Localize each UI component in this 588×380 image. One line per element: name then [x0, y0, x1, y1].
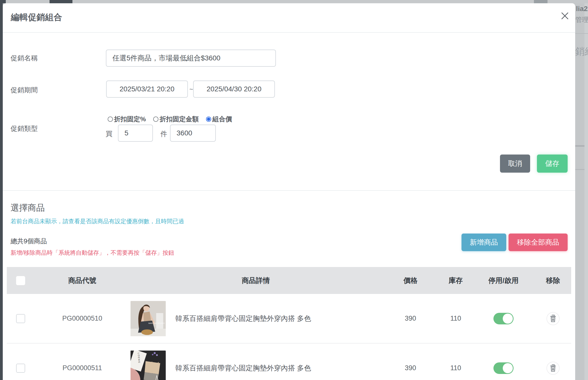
period-start-input[interactable] — [106, 81, 188, 98]
remove-product-button[interactable] — [547, 312, 560, 325]
radio-label: 折扣固定% — [114, 115, 146, 124]
radio-label: 組合價 — [212, 115, 232, 124]
browser-tabstrip-sliver — [72, 0, 588, 3]
edit-promo-modal: 編輯促銷組合 促銷名稱 促銷期間 ~ 促銷類型 折扣固定% — [3, 3, 575, 380]
save-button[interactable]: 儲存 — [537, 155, 568, 173]
modal-title: 編輯促銷組合 — [11, 12, 62, 23]
toggle-knob — [503, 363, 513, 373]
background-sidebar-strip — [0, 3, 3, 380]
browser-tab-sliver-2 — [534, 0, 548, 3]
products-total-text: 總共9個商品 — [11, 237, 47, 246]
dimmed-background-strip: lia27 管理 銷組 — [575, 3, 588, 380]
enable-toggle[interactable] — [493, 313, 514, 324]
product-stock: 110 — [439, 364, 472, 372]
buy-qty-input[interactable] — [118, 125, 153, 142]
select-all-checkbox[interactable] — [16, 276, 25, 285]
products-table: 商品代號 商品詳情 價格 庫存 停用/啟用 移除 PG00000510 — [7, 267, 571, 380]
promo-name-input[interactable] — [106, 50, 276, 67]
autosave-warning-text: 新增/移除商品時「系統將自動儲存」，不需要再按「儲存」按鈕 — [11, 249, 174, 257]
product-price: 390 — [382, 364, 439, 372]
header-remove: 移除 — [535, 276, 571, 285]
period-end-input[interactable] — [193, 81, 275, 98]
browser-top-bar — [0, 0, 588, 3]
header-stock: 庫存 — [439, 276, 472, 285]
combo-price-input[interactable] — [170, 125, 216, 142]
radio-discount-percent[interactable]: 折扣固定% — [108, 115, 146, 124]
product-detail: 韓系百搭細肩帶背心固定胸墊外穿內搭 多色 — [175, 363, 311, 373]
background-element-edge — [575, 145, 584, 147]
select-products-hint: 若前台商品未顯示，請查看是否該商品有設定優惠倒數，且時間已過 — [11, 217, 184, 225]
background-panel-edge — [584, 3, 588, 380]
background-menu-text: 管理 — [575, 15, 588, 24]
close-button[interactable] — [560, 11, 570, 21]
image-watermark-text: MANTING STUDIO — [148, 322, 165, 324]
period-separator: ~ — [189, 86, 193, 93]
remove-all-products-button[interactable]: 移除全部商品 — [509, 234, 568, 251]
product-code: PG00000510 — [34, 315, 130, 322]
product-code: PG00000511 — [34, 364, 130, 372]
background-page-title-text: 銷組 — [575, 45, 588, 58]
buy-label: 買 — [106, 129, 112, 138]
radio-combo-price[interactable]: 組合價 — [206, 115, 232, 124]
toggle-knob — [503, 314, 513, 324]
unit-label: 件 — [160, 129, 167, 138]
promo-period-label: 促銷期間 — [11, 86, 38, 95]
close-icon — [560, 11, 570, 21]
promo-name-label: 促銷名稱 — [11, 54, 38, 63]
radio-discount-fixed[interactable]: 折扣固定金額 — [153, 115, 199, 124]
product-image: LOEWE — [131, 351, 166, 380]
enable-toggle[interactable] — [493, 362, 514, 374]
select-products-heading: 選擇商品 — [11, 202, 45, 214]
radio-icon — [108, 117, 113, 122]
background-divider — [575, 33, 588, 34]
header-toggle: 停用/啟用 — [472, 276, 535, 285]
promo-type-label: 促銷類型 — [11, 124, 38, 133]
radio-icon-selected — [206, 117, 211, 122]
header-detail: 商品詳情 — [130, 276, 382, 285]
product-price: 390 — [382, 315, 439, 322]
table-row: PG00000510 — [7, 294, 571, 344]
product-image: MANTING STUDIO — [131, 301, 166, 336]
screen: lia27 管理 銷組 編輯促銷組合 促銷名稱 促銷期間 ~ 促銷類型 — [0, 0, 588, 380]
table-header-row: 商品代號 商品詳情 價格 庫存 停用/啟用 移除 — [7, 267, 571, 294]
promo-type-radio-group: 折扣固定% 折扣固定金額 組合價 — [108, 115, 232, 124]
row-checkbox[interactable] — [16, 364, 25, 373]
add-product-button[interactable]: 新增商品 — [461, 234, 506, 251]
row-checkbox[interactable] — [16, 314, 25, 323]
trash-icon — [550, 363, 557, 373]
product-detail: 韓系百搭細肩帶背心固定胸墊外穿內搭 多色 — [175, 314, 311, 323]
radio-icon — [153, 117, 158, 122]
table-row: PG00000511 LOEWE — [7, 344, 571, 380]
section-divider — [3, 190, 575, 191]
remove-product-button[interactable] — [547, 362, 560, 375]
cancel-button[interactable]: 取消 — [500, 155, 530, 173]
header-price: 價格 — [382, 276, 439, 285]
browser-tab-sliver — [6, 0, 50, 3]
header-code: 商品代號 — [34, 276, 130, 285]
trash-icon — [550, 314, 557, 323]
modal-header: 編輯促銷組合 — [3, 3, 575, 33]
background-element-edge-2 — [575, 169, 584, 170]
product-stock: 110 — [439, 315, 472, 322]
background-username-text: lia27 — [576, 5, 588, 13]
radio-label: 折扣固定金額 — [159, 115, 199, 124]
